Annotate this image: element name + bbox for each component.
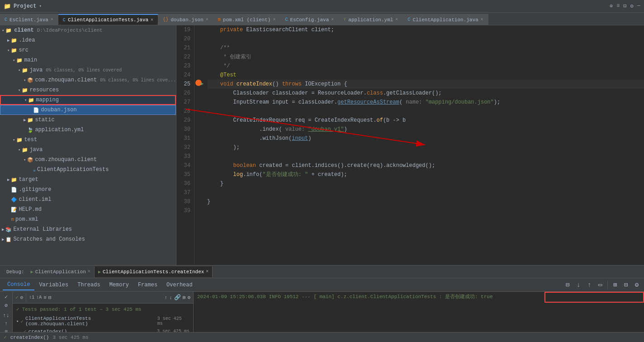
- sidebar-item-clientapptests[interactable]: ▶ ☕ ClientApplicationTests: [0, 165, 176, 175]
- dropdown-arrow[interactable]: ▾: [39, 4, 41, 9]
- debug-side-btn-3[interactable]: ↑↓: [2, 313, 11, 319]
- sidebar-item-idea[interactable]: ▶ 📁 .idea: [0, 35, 176, 45]
- sidebar-item-doubanjson[interactable]: ▾ 📄 douban.json: [0, 105, 176, 115]
- tab-close-esclient[interactable]: ×: [51, 17, 53, 22]
- sidebar-label-resources: resources: [29, 87, 59, 93]
- sidebar-item-src[interactable]: ▾ 📁 src: [0, 45, 176, 55]
- debug-tab-console[interactable]: Console: [3, 280, 34, 290]
- toolbar-icon-minimize[interactable]: —: [637, 3, 640, 10]
- sidebar-item-test-java[interactable]: ▾ 📁 java: [0, 145, 176, 155]
- test-pane-btn-export[interactable]: ⊞: [183, 294, 186, 300]
- test-pane-btn-wrap[interactable]: ⊟: [48, 294, 52, 300]
- sidebar-item-pomxml[interactable]: ▶ m pom.xml: [0, 214, 176, 224]
- sidebar-item-resources[interactable]: ▾ 📁 resources: [0, 85, 176, 95]
- sidebar-item-java[interactable]: ▾ 📁 java 0% classes, 0% lines covered: [0, 65, 176, 75]
- test-pane-btn-sort1[interactable]: ↕1: [29, 295, 34, 300]
- status-bar: ✓ createIndex() 3 sec 425 ms: [0, 332, 644, 342]
- debug-side-btn-1[interactable]: ✓: [2, 294, 11, 300]
- test-method-time: 3 sec 425 ms: [157, 329, 189, 332]
- tab-label-doubanjson: douban.json: [170, 17, 204, 23]
- sidebar-item-applicationyml[interactable]: ▶ 🍃 application.yml: [0, 125, 176, 135]
- test-pane-btn-list[interactable]: ≡: [43, 295, 47, 300]
- sidebar-item-external-libs[interactable]: ▶ 📚 External Libraries: [0, 224, 176, 234]
- test-pane-btn-sort2[interactable]: ↕A: [36, 295, 42, 300]
- sidebar-label-test-com: com.zhouquan.client: [35, 157, 97, 163]
- test-pane-btn-up[interactable]: ↑: [165, 295, 168, 300]
- tab-clientapplication[interactable]: C ClientApplication.java ×: [403, 14, 488, 25]
- debug-session-createindex[interactable]: ▶ ClientApplicationTests.createIndex ×: [95, 266, 213, 277]
- tab-close-clientapplication[interactable]: ×: [481, 17, 483, 22]
- toolbar-icon-lines[interactable]: ≡: [616, 3, 620, 10]
- tab-clientapptests[interactable]: C ClientApplicationTests.java ×: [58, 14, 158, 25]
- debug-tab-variables[interactable]: Variables: [34, 280, 73, 290]
- sidebar-item-test[interactable]: ▾ 📁 test: [0, 135, 176, 145]
- code-line-27: InputStream input = classLoader.getResou…: [207, 98, 644, 107]
- debug-session-createindex-close[interactable]: ×: [206, 269, 208, 274]
- tab-esconfig[interactable]: C EsConfig.java ×: [280, 14, 339, 25]
- debug-tab-memory[interactable]: Memory: [105, 280, 133, 290]
- line-numbers: 19 20 21 22 23 24 25 26 27 28 29 30 31 3…: [176, 25, 194, 265]
- sidebar-label-main: main: [24, 57, 37, 63]
- debug-btn-stop[interactable]: ▭: [596, 280, 605, 290]
- toolbar-icon-settings[interactable]: ⚙: [630, 3, 634, 10]
- console-output[interactable]: 2024-01-09 15:25:06.038 INFO 19512 --- […: [194, 292, 644, 332]
- debug-side-btn-4[interactable]: ↑: [2, 321, 11, 327]
- sidebar-item-gitignore[interactable]: ▶ 📄 .gitignore: [0, 185, 176, 195]
- code-line-34: boolean created = client.indices().creat…: [207, 161, 644, 170]
- debug-tab-frames[interactable]: Frames: [133, 280, 162, 290]
- debug-tab-threads[interactable]: Threads: [73, 280, 104, 290]
- debug-session-clientapp[interactable]: ▶ ClientApplication ×: [27, 266, 95, 277]
- debug-side-btn-2[interactable]: ⊘: [2, 302, 11, 309]
- sidebar-item-com-zhouquan-client[interactable]: ▾ 📦 com.zhouquan.client 0% classes, 0% l…: [0, 75, 176, 85]
- debug-session-clientapp-close[interactable]: ×: [88, 269, 90, 274]
- tab-close-clientapptests[interactable]: ×: [151, 18, 153, 23]
- toolbar-icon-split[interactable]: ⊟: [623, 3, 626, 10]
- tab-close-applicationyml[interactable]: ×: [395, 17, 398, 22]
- tab-doubanjson[interactable]: {} douban.json ×: [158, 14, 213, 25]
- test-pane-btn-stop[interactable]: ⊘: [20, 294, 24, 300]
- tab-close-doubanjson[interactable]: ×: [206, 17, 208, 22]
- tab-esclient[interactable]: C EsClient.java ×: [0, 14, 58, 25]
- code-line-22: * 创建索引: [207, 52, 644, 62]
- sidebar-label-com-zhouquan-client: com.zhouquan.client: [35, 77, 97, 83]
- tab-applicationyml[interactable]: Y application.yml ×: [339, 14, 403, 25]
- sidebar-label-static: static: [35, 117, 54, 123]
- debug-btn-down[interactable]: ↓: [574, 280, 583, 290]
- code-content[interactable]: private ElasticsearchClient client; /** …: [204, 25, 644, 265]
- debug-tab-overhead[interactable]: Overhead: [162, 280, 197, 290]
- debug-separator-1: [607, 281, 608, 289]
- toolbar-icon-globe[interactable]: ⊕: [610, 3, 613, 10]
- debug-btn-up[interactable]: ↑: [585, 280, 594, 290]
- sidebar-project-root[interactable]: ▾ 📁 client D:\IdeaProjects\client: [0, 25, 176, 35]
- test-pass-banner: ✓ Tests passed: 1 of 1 test – 3 sec 425 …: [16, 305, 189, 313]
- code-line-36: }: [207, 179, 644, 188]
- tab-close-esconfig[interactable]: ×: [331, 17, 334, 22]
- sidebar-label-mapping: mapping: [36, 97, 58, 103]
- test-method-row[interactable]: ✓ createIndex() 3 sec 425 ms: [16, 328, 189, 332]
- test-suite-row[interactable]: ▾ ✓ ClientApplicationTests (com.zhouquan…: [16, 315, 189, 328]
- tab-pomxml[interactable]: m pom.xml (client) ×: [213, 14, 281, 25]
- sidebar-item-static[interactable]: ▶ 📁 static: [0, 115, 176, 125]
- test-pane-btn-check[interactable]: ✓: [15, 294, 19, 300]
- debug-side-btn-5[interactable]: ≡: [2, 329, 11, 332]
- test-pane-btn-settings[interactable]: ⚙: [187, 294, 190, 300]
- tab-close-pomxml[interactable]: ×: [273, 17, 275, 22]
- editor-tab-bar: C EsClient.java × C ClientApplicationTes…: [0, 13, 644, 25]
- test-pane-btn-clock[interactable]: 🔗: [174, 294, 181, 301]
- code-line-26: ClassLoader classLoader = ResourceLoader…: [207, 89, 644, 98]
- sidebar-item-helpmd[interactable]: ▶ 📝 HELP.md: [0, 204, 176, 214]
- sidebar-item-test-com[interactable]: ▾ 📦 com.zhouquan.client: [0, 155, 176, 165]
- sidebar-item-main[interactable]: ▾ 📁 main: [0, 55, 176, 65]
- debug-btn-filter[interactable]: ⊟: [563, 280, 572, 290]
- sidebar-item-scratches[interactable]: ▶ 📋 Scratches and Consoles: [0, 234, 176, 244]
- sidebar-item-mapping[interactable]: ▾ 📁 mapping: [0, 95, 176, 105]
- sidebar-item-clientiml[interactable]: ▶ 🔷 client.iml: [0, 195, 176, 204]
- test-pane-btn-down[interactable]: ↓: [169, 295, 172, 300]
- debug-btn-1[interactable]: ⊞: [611, 280, 620, 290]
- code-editor: 19 20 21 22 23 24 25 26 27 28 29 30 31 3…: [176, 25, 644, 265]
- sidebar-label-src: src: [19, 47, 28, 53]
- sidebar-item-target[interactable]: ▶ 📁 target: [0, 175, 176, 185]
- debug-btn-settings[interactable]: ⚙: [632, 280, 641, 290]
- debug-btn-2[interactable]: ⊟: [621, 280, 630, 290]
- code-line-39: [207, 206, 644, 215]
